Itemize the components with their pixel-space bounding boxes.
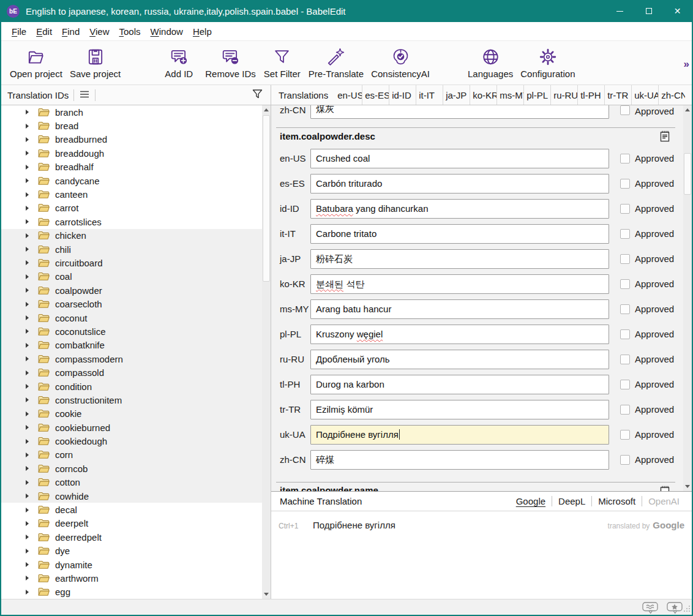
- tree-item-cookie[interactable]: cookie: [1, 407, 271, 421]
- menu-find[interactable]: Find: [57, 24, 84, 39]
- toolbar-consistencyai-button[interactable]: ConsistencyAI: [371, 47, 430, 79]
- expand-caret-icon[interactable]: [26, 274, 29, 279]
- tree-item-compassmodern[interactable]: compassmodern: [1, 352, 271, 366]
- toolbar-set-filter-button[interactable]: Set Filter: [263, 47, 301, 79]
- translation-input-zh-CN[interactable]: 碎煤: [310, 450, 609, 470]
- lang-tab-ko-KR[interactable]: ko-KR: [470, 85, 496, 105]
- tree-filter-funnel-icon[interactable]: [252, 88, 263, 102]
- lang-tab-tr-TR[interactable]: tr-TR: [604, 85, 631, 105]
- tree-item-cookiedough[interactable]: cookiedough: [1, 434, 271, 448]
- menu-help[interactable]: Help: [188, 24, 217, 39]
- expand-caret-icon[interactable]: [26, 247, 29, 252]
- approved-checkbox-tl-PH[interactable]: [620, 380, 630, 389]
- expand-caret-icon[interactable]: [26, 411, 29, 416]
- expand-caret-icon[interactable]: [26, 178, 29, 183]
- lang-tab-uk-UA[interactable]: uk-UA: [631, 85, 658, 105]
- toolbar-add-id-button[interactable]: Add ID: [160, 47, 198, 79]
- scroll-down-button[interactable]: [683, 482, 692, 491]
- translation-input-tr-TR[interactable]: Ezilmiş kömür: [310, 400, 609, 419]
- expand-caret-icon[interactable]: [26, 329, 29, 334]
- expand-caret-icon[interactable]: [26, 315, 29, 320]
- approved-checkbox[interactable]: [620, 105, 630, 115]
- toolbar-configuration-button[interactable]: Configuration: [520, 47, 575, 79]
- tree-item-coarsecloth[interactable]: coarsecloth: [1, 297, 271, 310]
- tree-item-coalpowder[interactable]: coalpowder: [1, 284, 271, 297]
- approved-checkbox-ko-KR[interactable]: [620, 279, 630, 289]
- expand-caret-icon[interactable]: [26, 233, 29, 238]
- tree-item-chili[interactable]: chili: [1, 242, 271, 256]
- approved-checkbox-tr-TR[interactable]: [620, 405, 630, 415]
- maximize-button[interactable]: [634, 0, 663, 22]
- expand-caret-icon[interactable]: [26, 439, 29, 444]
- tree-item-decal[interactable]: decal: [1, 503, 271, 516]
- tree-item-deerpelt[interactable]: deerpelt: [1, 517, 271, 530]
- approved-checkbox-en-US[interactable]: [620, 154, 630, 163]
- tree-item-earthworm[interactable]: earthworm: [1, 571, 271, 585]
- menu-edit[interactable]: Edit: [31, 24, 57, 39]
- menu-file[interactable]: File: [7, 24, 31, 39]
- tree-item-coconut[interactable]: coconut: [1, 311, 271, 325]
- suggestion-text[interactable]: Подрібнене вугілля: [313, 520, 395, 530]
- expand-caret-icon[interactable]: [26, 521, 29, 526]
- scroll-up-button[interactable]: [683, 105, 692, 115]
- expand-caret-icon[interactable]: [26, 384, 29, 389]
- expand-caret-icon[interactable]: [26, 219, 29, 224]
- tree-item-compassold[interactable]: compassold: [1, 366, 271, 379]
- translation-input-id-ID[interactable]: Batubara yang dihancurkan: [310, 199, 609, 219]
- approved-checkbox-pl-PL[interactable]: [620, 329, 630, 339]
- toolbar-save-project-button[interactable]: Save project: [70, 47, 121, 79]
- expand-caret-icon[interactable]: [26, 535, 29, 539]
- translation-input[interactable]: 煤灰: [310, 105, 609, 119]
- tree-item-egg[interactable]: egg: [1, 585, 271, 599]
- approved-checkbox-ja-JP[interactable]: [620, 254, 630, 264]
- approved-checkbox-ru-RU[interactable]: [620, 355, 630, 364]
- expand-caret-icon[interactable]: [26, 370, 29, 375]
- approved-checkbox-es-ES[interactable]: [620, 179, 630, 189]
- translation-input-es-ES[interactable]: Carbón triturado: [310, 174, 609, 193]
- scroll-down-button[interactable]: [262, 590, 271, 599]
- tree-item-coal[interactable]: coal: [1, 270, 271, 284]
- toolbar-remove-ids-button[interactable]: Remove IDs: [205, 47, 256, 79]
- feedback-bubble-icon[interactable]: [642, 602, 659, 616]
- translation-input-ko-KR[interactable]: 분쇄된 석탄: [310, 274, 609, 294]
- provider-tab-openai[interactable]: OpenAI: [642, 496, 686, 506]
- lang-tab-en-US[interactable]: en-US: [335, 85, 362, 105]
- expand-caret-icon[interactable]: [26, 466, 29, 471]
- lang-tab-it-IT[interactable]: it-IT: [416, 85, 443, 105]
- tree-item-corncob[interactable]: corncob: [1, 462, 271, 475]
- translation-input-ms-MY[interactable]: Arang batu hancur: [310, 299, 609, 319]
- expand-caret-icon[interactable]: [26, 494, 29, 498]
- scrollbar-thumb[interactable]: [684, 153, 691, 195]
- expand-caret-icon[interactable]: [26, 343, 29, 348]
- approved-checkbox-zh-CN[interactable]: [620, 455, 630, 465]
- expand-caret-icon[interactable]: [26, 110, 29, 115]
- scroll-up-button[interactable]: [262, 105, 271, 115]
- translation-input-en-US[interactable]: Crushed coal: [310, 149, 609, 168]
- expand-caret-icon[interactable]: [26, 151, 29, 156]
- tree-item-dynamite[interactable]: dynamite: [1, 558, 271, 571]
- lang-tab-ru-RU[interactable]: ru-RU: [550, 85, 577, 105]
- expand-caret-icon[interactable]: [26, 576, 29, 580]
- tree-item-constructionitem[interactable]: constructionitem: [1, 393, 271, 407]
- tree-item-combatknife[interactable]: combatknife: [1, 339, 271, 352]
- tree-item-carrot[interactable]: carrot: [1, 201, 271, 215]
- resize-grip[interactable]: [683, 604, 691, 615]
- menu-window[interactable]: Window: [146, 24, 188, 39]
- tree-menu-hamburger-icon[interactable]: [79, 90, 90, 100]
- tree-item-cotton[interactable]: cotton: [1, 476, 271, 489]
- close-button[interactable]: ✕: [663, 0, 692, 22]
- lang-tab-id-ID[interactable]: id-ID: [389, 85, 416, 105]
- tree-item-condition[interactable]: condition: [1, 380, 271, 393]
- toolbar-pre-translate-button[interactable]: Pre-Translate: [309, 47, 364, 79]
- tree-item-dye[interactable]: dye: [1, 544, 271, 558]
- provider-tab-google[interactable]: Google: [510, 496, 552, 506]
- tree-item-deerredpelt[interactable]: deerredpelt: [1, 530, 271, 544]
- tree-item-breadhalf[interactable]: breadhalf: [1, 160, 271, 174]
- scrollbar-thumb[interactable]: [263, 115, 270, 282]
- tree-item-breaddough[interactable]: breaddough: [1, 146, 271, 160]
- expand-caret-icon[interactable]: [26, 590, 29, 595]
- editor-scrollbar[interactable]: [683, 105, 692, 491]
- tree-item-bread[interactable]: bread: [1, 119, 271, 132]
- expand-caret-icon[interactable]: [26, 425, 29, 430]
- notes-icon[interactable]: [659, 130, 672, 145]
